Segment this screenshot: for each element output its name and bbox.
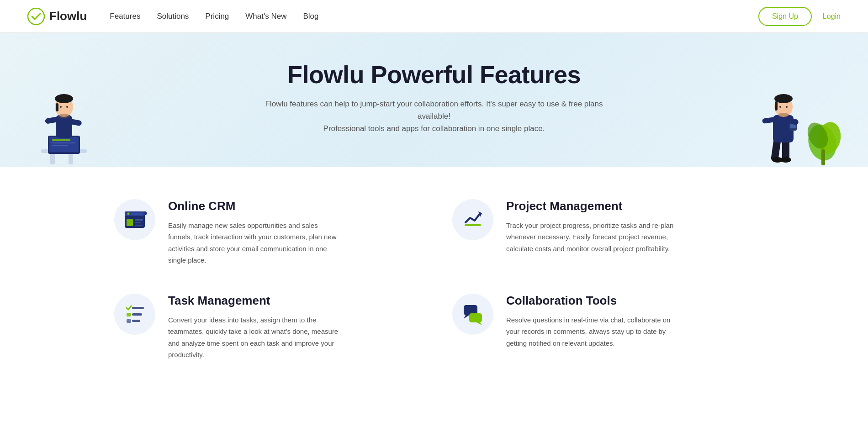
project-title: Project Management — [506, 199, 680, 213]
collab-icon — [461, 302, 485, 326]
svg-marker-55 — [464, 315, 469, 319]
navbar-left: Flowlu Features Solutions Pricing What's… — [27, 8, 319, 25]
svg-point-16 — [60, 106, 62, 108]
nav-features[interactable]: Features — [110, 12, 140, 21]
svg-rect-56 — [469, 313, 482, 322]
svg-point-41 — [127, 212, 130, 215]
collab-description: Resolve questions in real-time via chat,… — [506, 314, 680, 349]
svg-rect-46 — [135, 225, 142, 226]
feature-collab: Collaboration Tools Resolve questions in… — [452, 294, 754, 361]
crm-description: Easily manage new sales opportunities an… — [168, 220, 342, 266]
signup-button[interactable]: Sign Up — [758, 7, 812, 26]
project-icon — [461, 208, 485, 232]
svg-rect-2 — [50, 153, 55, 164]
nav-pricing[interactable]: Pricing — [205, 12, 229, 21]
svg-rect-9 — [56, 115, 72, 138]
svg-rect-42 — [131, 213, 143, 215]
logo-icon — [27, 8, 45, 25]
logo[interactable]: Flowlu — [27, 8, 87, 25]
crm-text: Online CRM Easily manage new sales oppor… — [168, 199, 342, 266]
hero-content: Flowlu Powerful Features Flowlu features… — [260, 60, 608, 135]
svg-point-25 — [772, 157, 783, 163]
nav-links: Features Solutions Pricing What's New Bl… — [110, 12, 318, 21]
collab-text: Collaboration Tools Resolve questions in… — [506, 294, 680, 349]
nav-solutions[interactable]: Solutions — [157, 12, 189, 21]
svg-rect-45 — [135, 222, 141, 223]
feature-crm: Online CRM Easily manage new sales oppor… — [114, 199, 416, 266]
svg-marker-57 — [476, 322, 482, 325]
svg-rect-8 — [52, 145, 68, 146]
features-grid: Online CRM Easily manage new sales oppor… — [114, 199, 754, 361]
svg-rect-52 — [132, 320, 140, 322]
hero-figure-left — [27, 79, 101, 167]
task-text: Task Management Convert your ideas into … — [168, 294, 342, 361]
svg-rect-7 — [52, 142, 75, 143]
nav-blog[interactable]: Blog — [303, 12, 318, 21]
svg-rect-50 — [132, 313, 142, 316]
project-icon-wrap — [452, 199, 493, 240]
crm-title: Online CRM — [168, 199, 342, 213]
navbar-right: Sign Up Login — [758, 7, 841, 26]
navbar: Flowlu Features Solutions Pricing What's… — [0, 0, 868, 33]
svg-rect-44 — [135, 219, 143, 221]
svg-rect-49 — [132, 307, 144, 309]
crm-icon — [123, 208, 147, 232]
svg-point-13 — [55, 94, 73, 103]
svg-rect-43 — [127, 219, 133, 226]
project-text: Project Management Track your project pr… — [506, 199, 680, 255]
svg-point-0 — [28, 8, 44, 25]
svg-rect-5 — [49, 137, 79, 152]
feature-project: Project Management Track your project pr… — [452, 199, 754, 266]
collab-title: Collaboration Tools — [506, 294, 680, 308]
logo-text: Flowlu — [49, 9, 87, 23]
svg-rect-14 — [56, 103, 58, 111]
svg-rect-53 — [127, 319, 131, 323]
hero-section: Flowlu Powerful Features Flowlu features… — [0, 33, 868, 167]
hero-title: Flowlu Powerful Features — [260, 60, 608, 89]
task-description: Convert your ideas into tasks, assign th… — [168, 314, 342, 361]
hero-subtitle: Flowlu features can help to jump-start y… — [260, 98, 608, 135]
login-button[interactable]: Login — [823, 12, 841, 21]
svg-rect-51 — [127, 313, 131, 316]
project-description: Track your project progress, prioritize … — [506, 220, 680, 255]
crm-icon-wrap — [114, 199, 155, 240]
svg-point-35 — [779, 106, 781, 108]
feature-task: Task Management Convert your ideas into … — [114, 294, 416, 361]
svg-point-36 — [786, 106, 788, 108]
svg-rect-47 — [465, 224, 481, 226]
task-icon-wrap — [114, 294, 155, 335]
svg-rect-21 — [821, 149, 825, 165]
task-title: Task Management — [168, 294, 342, 308]
svg-point-34 — [778, 113, 789, 117]
collab-icon-wrap — [452, 294, 493, 335]
task-icon — [123, 302, 147, 326]
svg-point-15 — [58, 114, 69, 118]
features-section: Online CRM Easily manage new sales oppor… — [0, 167, 868, 388]
svg-rect-3 — [69, 153, 73, 164]
svg-rect-33 — [775, 101, 778, 111]
hero-figure-right — [749, 79, 841, 167]
svg-rect-6 — [52, 139, 70, 141]
svg-point-17 — [66, 106, 68, 108]
nav-whats-new[interactable]: What's New — [245, 12, 286, 21]
